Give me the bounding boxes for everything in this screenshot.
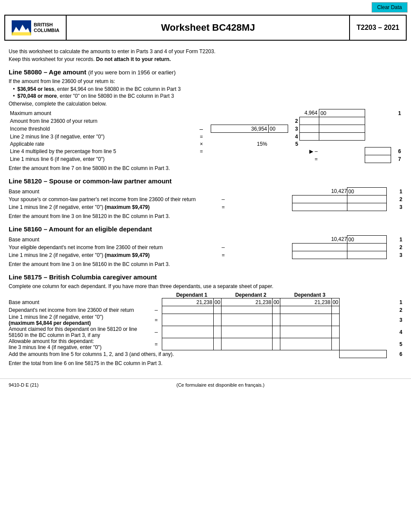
title-section: Worksheet BC428MJ	[67, 16, 349, 40]
worksheet-title: Worksheet BC428MJ	[161, 22, 255, 33]
dependant-eligible-table: Base amount 10,427 00 1 Your eligible de…	[9, 235, 402, 259]
bc-mountain-icon	[12, 20, 31, 35]
spouse-row-1: Base amount 10,427 00 1	[9, 188, 402, 195]
bullet-list-58080: $36,954 or less, enter $4,964 on line 58…	[13, 86, 402, 99]
heading-58175: Line 58175 – British Columbia caregiver …	[9, 273, 402, 281]
spouse-table: Base amount 10,427 00 1 Your spouse's or…	[9, 187, 402, 211]
col-header-dep3: Dependant 3	[280, 292, 339, 298]
dep-eligible-row-3: Line 1 minus line 2 (if negative, enter …	[9, 251, 402, 259]
row-1: Maximum amount 4,964 00 1	[9, 109, 402, 117]
label-1: Maximum amount	[9, 109, 192, 117]
dep-eligible-row-1: Base amount 10,427 00 1	[9, 236, 402, 244]
caregiver-row-4: Amount claimed for this dependant on lin…	[9, 326, 402, 338]
spouse-row-2: Your spouse's or common-law partner's ne…	[9, 195, 402, 203]
bullet1-rest: , enter $4,964 on line 58080 in the BC c…	[54, 86, 180, 92]
otherwise-text: Otherwise, complete the calculation belo…	[9, 101, 402, 107]
caregiver-intro: Complete one column for each dependant. …	[9, 283, 402, 289]
row-5: Applicable rate × 15% 5	[9, 141, 402, 147]
row-3: Income threshold – 36,954 00 3	[9, 125, 402, 133]
top-bar: Clear Data	[0, 0, 411, 15]
bc-logo: BRITISH COLUMBIA	[12, 20, 59, 35]
header: BRITISH COLUMBIA Worksheet BC428MJ T2203…	[4, 15, 407, 41]
row-7: Line 1 minus line 6 (if negative, enter …	[9, 155, 402, 163]
enter-note-58080: Enter the amount from line 7 on line 580…	[9, 165, 402, 171]
dep-eligible-row-2: Your eligible dependant's net income fro…	[9, 244, 402, 251]
enter-note-58160: Enter the amount from line 3 on line 581…	[9, 261, 402, 267]
caregiver-row-6: Add the amounts from line 5 for columns …	[9, 350, 402, 358]
caregiver-row-3: Line 1 minus line 2 (if negative, enter …	[9, 314, 402, 326]
intro-line1: Use this worksheet to calculate the amou…	[9, 48, 402, 54]
bullet1: $36,954 or less, enter $4,964 on line 58…	[13, 86, 402, 92]
enter-note-58175: Enter the total from line 6 on line 5817…	[9, 360, 402, 366]
bullet2-rest: , enter "0" on line 58080 in the BC colu…	[57, 93, 174, 99]
content: Use this worksheet to calculate the amou…	[0, 45, 411, 370]
caregiver-row-1: Base amount 21,238 00 21,238 00 21,238 0…	[9, 298, 402, 306]
bullet2: $70,048 or more, enter "0" on line 58080…	[13, 93, 402, 99]
label-6: Line 4 multiplied by the percentage from…	[9, 147, 192, 155]
label-4: Line 2 minus line 3 (if negative, enter …	[9, 133, 192, 141]
logo-section: BRITISH COLUMBIA	[5, 16, 67, 40]
label-3: Income threshold	[9, 125, 192, 133]
caregiver-row-5: Allowable amount for this dependant:line…	[9, 338, 402, 350]
row-4: Line 2 minus line 3 (if negative, enter …	[9, 133, 402, 141]
enter-note-58120: Enter the amount from line 3 on line 581…	[9, 213, 402, 219]
heading-58080: Line 58080 – Age amount (if you were bor…	[9, 68, 402, 76]
clear-data-button[interactable]: Clear Data	[372, 2, 408, 13]
intro-bold: Do not attach it to your return.	[96, 56, 171, 62]
caregiver-header: Dependant 1 Dependant 2 Dependant 3	[9, 292, 402, 298]
spouse-row-3: Line 1 minus line 2 (if negative, enter …	[9, 203, 402, 211]
col-header-dep1: Dependant 1	[162, 292, 221, 298]
svg-rect-3	[12, 32, 31, 35]
section-58160: Line 58160 – Amount for an eligible depe…	[9, 225, 402, 267]
bc-text: BRITISH COLUMBIA	[34, 22, 59, 33]
label-7: Line 1 minus line 6 (if negative, enter …	[9, 155, 192, 163]
footer-left: 9410-D E (21)	[9, 382, 39, 388]
row-6: Line 4 multiplied by the percentage from…	[9, 147, 402, 155]
age-amount-table: Maximum amount 4,964 00 1 Amount from li…	[9, 109, 402, 163]
label-5: Applicable rate	[9, 141, 192, 147]
section-58175: Line 58175 – British Columbia caregiver …	[9, 273, 402, 366]
label-2: Amount from line 23600 of your return	[9, 117, 192, 125]
caregiver-row-2: Dependant's net income from line 23600 o…	[9, 306, 402, 314]
section-58120: Line 58120 – Spouse or common-law partne…	[9, 177, 402, 219]
footer-center: (Ce formulaire est disponible en françai…	[177, 382, 265, 388]
caregiver-table: Dependant 1 Dependant 2 Dependant 3 Base…	[9, 292, 402, 358]
intro-line2: Keep this worksheet for your records. Do…	[9, 56, 402, 62]
bullet2-bold: $70,048 or more	[17, 93, 57, 99]
bullet1-bold: $36,954 or less	[17, 86, 54, 92]
heading-58160: Line 58160 – Amount for an eligible depe…	[9, 225, 402, 233]
heading-58120: Line 58120 – Spouse or common-law partne…	[9, 177, 402, 185]
condition-intro: If the amount from line 23600 of your re…	[9, 78, 402, 84]
section-58080: Line 58080 – Age amount (if you were bor…	[9, 68, 402, 171]
footer: 9410-D E (21) (Ce formulaire est disponi…	[0, 378, 411, 391]
row-2: Amount from line 23600 of your return 2	[9, 117, 402, 125]
form-id: T2203 – 2021	[349, 16, 406, 40]
col-header-dep2: Dependant 2	[221, 292, 280, 298]
